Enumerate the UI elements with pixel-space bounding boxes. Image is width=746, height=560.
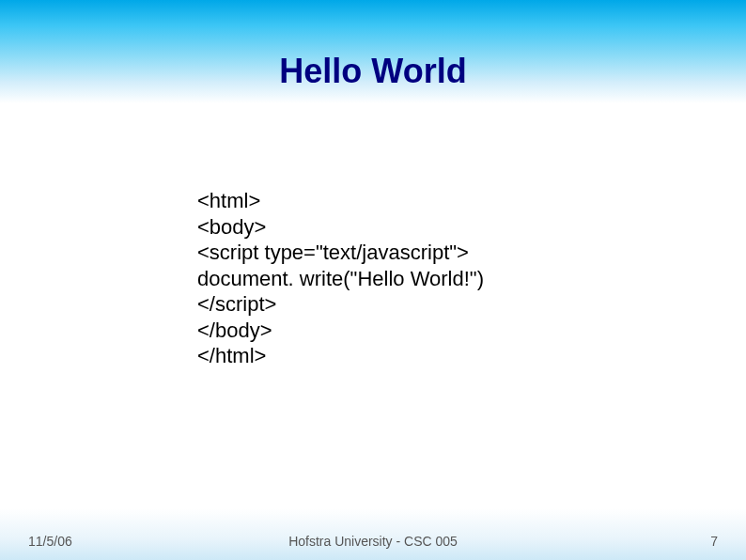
code-line: <html> bbox=[197, 188, 484, 214]
code-sample: <html> <body> <script type="text/javascr… bbox=[197, 188, 484, 369]
code-line: </html> bbox=[197, 343, 484, 369]
code-line: <body> bbox=[197, 214, 484, 241]
footer-center: Hofstra University - CSC 005 bbox=[0, 534, 746, 549]
slide-title: Hello World bbox=[0, 52, 746, 91]
code-line: </script> bbox=[197, 291, 484, 318]
code-line: </body> bbox=[197, 318, 484, 344]
code-line: <script type="text/javascript"> bbox=[197, 240, 484, 266]
footer-page-number: 7 bbox=[710, 534, 718, 549]
code-line: document. write("Hello World!") bbox=[197, 266, 484, 292]
